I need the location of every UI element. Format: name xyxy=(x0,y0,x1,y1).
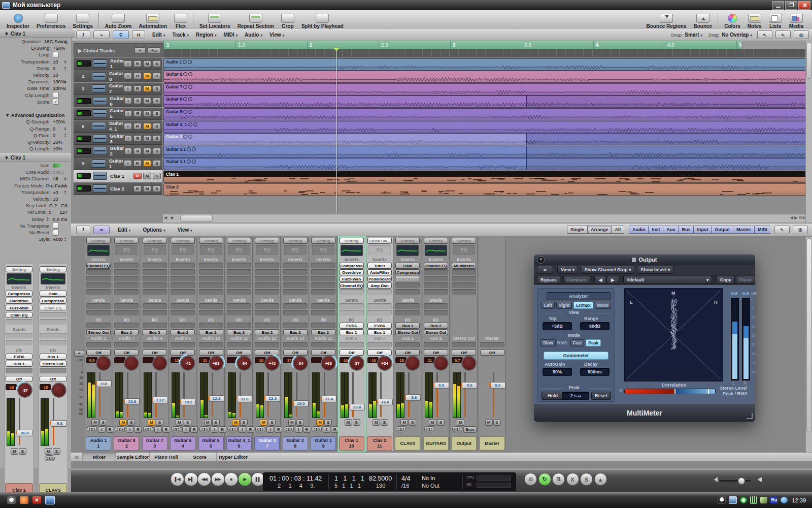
arrange-menu-edit[interactable]: Edit▾ xyxy=(152,32,165,38)
insert-slot[interactable]: Channel EQ xyxy=(424,263,448,269)
arrange-menu-audio[interactable]: Audio▾ xyxy=(245,32,262,38)
insert-slot-empty[interactable] xyxy=(114,289,139,295)
group-slot[interactable] xyxy=(452,342,476,347)
strip-setting-button[interactable]: Setting xyxy=(227,238,251,244)
scroll-thumb[interactable] xyxy=(180,215,213,222)
insert-slot[interactable]: Fuzz-Wah xyxy=(6,305,32,311)
io-output-slot[interactable]: Stereo Out xyxy=(424,329,448,335)
arrange-menu-region[interactable]: Region▾ xyxy=(196,32,216,38)
fader-value[interactable]: 0.0 xyxy=(462,382,477,389)
send-slot-empty[interactable] xyxy=(199,303,223,309)
send-slot-empty[interactable] xyxy=(367,303,392,309)
record-button[interactable]: R xyxy=(162,426,170,433)
mute-button[interactable]: M xyxy=(485,419,493,426)
region-audio-1[interactable]: Audio 1 xyxy=(163,58,807,71)
track-mute-button[interactable]: M xyxy=(143,110,151,117)
input-monitor-button[interactable]: I xyxy=(323,426,330,433)
insert-slot-empty[interactable] xyxy=(311,269,335,275)
strip-setting-button[interactable]: Setting xyxy=(311,238,335,244)
stereo-format-icon[interactable] xyxy=(255,426,265,432)
group-slot[interactable] xyxy=(367,342,392,347)
strip-setting-button[interactable]: Setting xyxy=(395,238,420,244)
insert-slot-empty[interactable] xyxy=(227,289,251,295)
inspector-section-header[interactable]: ▼ Clav 1 xyxy=(0,153,75,162)
inspector-row-value[interactable]: ±0% xyxy=(53,146,62,151)
channel-name-plate[interactable]: Guitar 4_16 xyxy=(226,436,252,451)
region-guitar-8[interactable]: Guitar 8 xyxy=(163,71,807,83)
tab-score[interactable]: Score xyxy=(183,453,217,461)
io-output-slot[interactable]: Bus 1 xyxy=(367,329,392,335)
fader-value[interactable]: 0.0 xyxy=(96,380,112,387)
mixer-filter-aux[interactable]: Aux xyxy=(663,226,678,234)
insert-slot-empty[interactable] xyxy=(452,276,476,281)
strip-setting-button[interactable]: Setting xyxy=(199,238,223,244)
automation-button[interactable]: Automation xyxy=(136,12,171,29)
automation-mode-slot[interactable]: Off xyxy=(395,350,420,356)
insert-slot-empty[interactable] xyxy=(40,319,66,325)
track-header-guitar-5[interactable]: Guitar 5IRMS xyxy=(74,108,162,120)
insert-slot-empty[interactable] xyxy=(424,269,448,275)
dim-button[interactable]: D xyxy=(493,419,501,426)
drag-menu[interactable]: No Overlap▾ xyxy=(722,32,752,38)
mixer-strip-guitar-4-1[interactable]: SettingEQInsertsSendsI/OBus 2Audio 11Off… xyxy=(226,237,253,451)
pan-knob[interactable]: -64 xyxy=(236,356,252,371)
track-input-button[interactable]: I xyxy=(124,110,132,117)
flex-button[interactable]: Flex xyxy=(171,12,191,29)
track-mute-button[interactable]: M xyxy=(143,85,151,92)
io-input-slot[interactable] xyxy=(311,323,335,328)
track-record-button[interactable]: R xyxy=(133,98,142,104)
monitor-icon[interactable] xyxy=(45,496,55,504)
fader-value[interactable]: 12.2 xyxy=(209,395,224,402)
inspector-row-value[interactable]: ±0% xyxy=(53,139,62,145)
eq-thumbnail-placeholder[interactable]: EQ xyxy=(453,245,475,255)
fader-value[interactable]: 26.0 xyxy=(17,430,33,436)
software-monitoring-button[interactable]: ⊙ xyxy=(524,473,537,486)
stereo-format-icon[interactable] xyxy=(227,426,238,432)
insert-slot[interactable]: Tuner xyxy=(367,263,392,269)
playhead[interactable] xyxy=(336,48,337,213)
track-mute-button[interactable]: M xyxy=(143,160,151,167)
top-value[interactable]: +5dB xyxy=(543,322,572,330)
lcd-tempo[interactable]: 82.5000 xyxy=(369,475,392,482)
go-to-beginning-button[interactable]: ▌◀ xyxy=(171,472,184,486)
channel-name-plate[interactable]: Guitar 64 xyxy=(170,436,195,451)
io-output-slot[interactable]: Stereo Out xyxy=(86,329,111,335)
insert-slot-empty[interactable] xyxy=(255,276,279,281)
record-button[interactable]: R xyxy=(190,426,198,433)
send-slot-empty[interactable] xyxy=(395,303,420,309)
value-stepper[interactable]: ▲▼ xyxy=(64,40,66,44)
insert-slot-empty[interactable] xyxy=(86,289,111,295)
group-slot[interactable] xyxy=(6,368,32,373)
insert-slot[interactable]: Chan EQ xyxy=(6,312,32,318)
pan-knob[interactable] xyxy=(461,356,477,371)
mixer-menu-options[interactable]: Options▾ xyxy=(143,227,165,233)
mute-button[interactable]: M xyxy=(204,419,212,426)
channel-name-plate[interactable]: Guitar 37 xyxy=(254,436,280,451)
send-slot-empty[interactable] xyxy=(340,310,364,315)
stereo-format-icon[interactable] xyxy=(115,426,125,432)
insert-slot[interactable]: Gain xyxy=(395,263,420,269)
track-input-button[interactable]: I xyxy=(124,135,132,142)
eq-thumbnail-placeholder[interactable]: EQ xyxy=(172,245,194,255)
io-input-slot[interactable]: EVD6 xyxy=(367,323,392,329)
insert-slot-empty[interactable] xyxy=(171,289,195,295)
send-slot-empty[interactable] xyxy=(40,333,66,338)
insert-slot[interactable]: Compresso xyxy=(40,298,66,304)
track-input-button[interactable]: I xyxy=(124,160,132,167)
send-slot-empty[interactable] xyxy=(171,310,195,315)
eq-thumbnail-placeholder[interactable]: EQ xyxy=(312,245,334,255)
group-slot[interactable] xyxy=(424,342,448,347)
advanced-quantization-header[interactable]: ▼ Advanced Quantization xyxy=(0,112,64,118)
paw-icon[interactable] xyxy=(7,496,16,504)
insert-slot-empty[interactable] xyxy=(311,263,335,268)
insert-slot-empty[interactable] xyxy=(143,282,167,288)
stereo-format-icon[interactable] xyxy=(312,426,322,432)
io-output-slot[interactable]: Bus 2 xyxy=(143,329,167,335)
automation-mode-slot[interactable]: Off xyxy=(86,350,111,356)
pan-knob[interactable] xyxy=(405,356,420,371)
group-slot[interactable] xyxy=(171,342,195,347)
solo-button[interactable]: S xyxy=(127,419,135,426)
group-slot[interactable] xyxy=(340,342,364,347)
split-by-playhead-button[interactable]: Split by Playhead xyxy=(298,12,347,29)
input-monitor-button[interactable]: I xyxy=(126,426,133,433)
